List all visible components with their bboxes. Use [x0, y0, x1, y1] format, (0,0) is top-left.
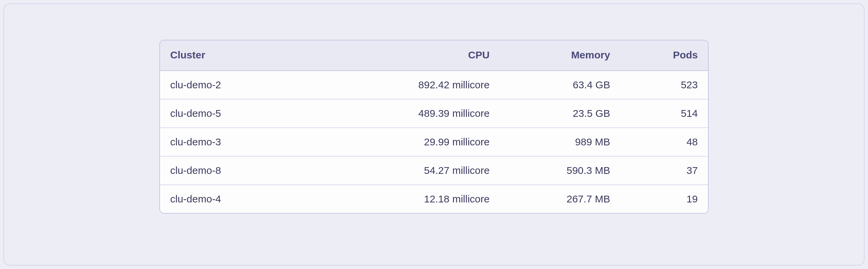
table-row[interactable]: clu-demo-2 892.42 millicore 63.4 GB 523 [160, 71, 708, 99]
header-cluster[interactable]: Cluster [160, 40, 357, 71]
cell-cluster: clu-demo-8 [160, 156, 357, 185]
clusters-table-card: Cluster CPU Memory Pods clu-demo-2 892.4… [159, 40, 709, 214]
cell-memory: 590.3 MB [500, 156, 620, 185]
cell-pods: 19 [620, 185, 708, 213]
table-header-row: Cluster CPU Memory Pods [160, 40, 708, 71]
cell-cluster: clu-demo-5 [160, 99, 357, 128]
cell-cpu: 12.18 millicore [357, 185, 500, 213]
table-row[interactable]: clu-demo-4 12.18 millicore 267.7 MB 19 [160, 185, 708, 213]
cell-cluster: clu-demo-2 [160, 71, 357, 99]
cell-memory: 989 MB [500, 128, 620, 156]
cell-pods: 37 [620, 156, 708, 185]
cell-cluster: clu-demo-3 [160, 128, 357, 156]
cell-pods: 523 [620, 71, 708, 99]
header-cpu[interactable]: CPU [357, 40, 500, 71]
cell-memory: 23.5 GB [500, 99, 620, 128]
cell-cpu: 54.27 millicore [357, 156, 500, 185]
cell-cpu: 29.99 millicore [357, 128, 500, 156]
table-row[interactable]: clu-demo-5 489.39 millicore 23.5 GB 514 [160, 99, 708, 128]
cell-cpu: 489.39 millicore [357, 99, 500, 128]
cell-memory: 267.7 MB [500, 185, 620, 213]
cell-pods: 514 [620, 99, 708, 128]
table-row[interactable]: clu-demo-3 29.99 millicore 989 MB 48 [160, 128, 708, 156]
cell-memory: 63.4 GB [500, 71, 620, 99]
header-pods[interactable]: Pods [620, 40, 708, 71]
cell-cpu: 892.42 millicore [357, 71, 500, 99]
table-row[interactable]: clu-demo-8 54.27 millicore 590.3 MB 37 [160, 156, 708, 185]
header-memory[interactable]: Memory [500, 40, 620, 71]
cell-cluster: clu-demo-4 [160, 185, 357, 213]
cell-pods: 48 [620, 128, 708, 156]
panel-container: Cluster CPU Memory Pods clu-demo-2 892.4… [3, 3, 865, 266]
clusters-table: Cluster CPU Memory Pods clu-demo-2 892.4… [160, 40, 708, 213]
